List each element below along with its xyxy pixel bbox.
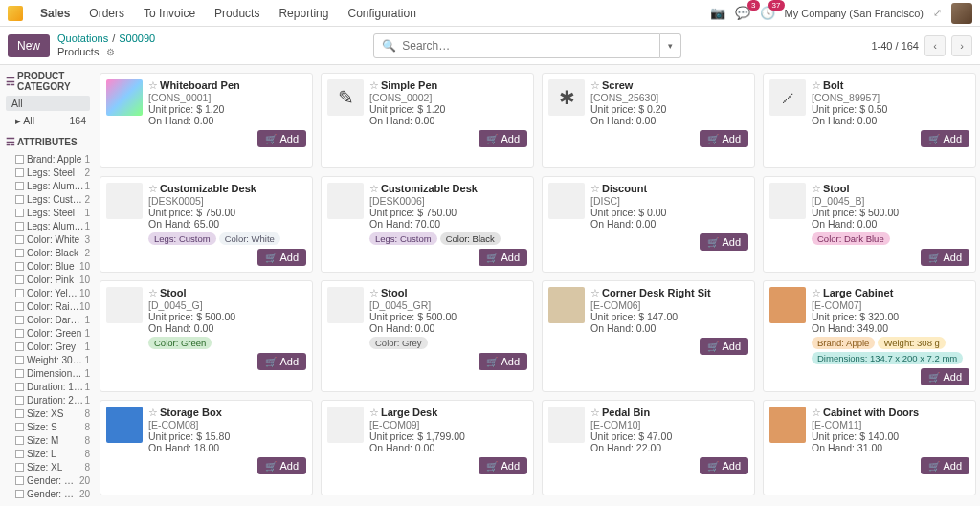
- attr-filter[interactable]: Duration: 1 year1: [6, 380, 90, 393]
- new-button[interactable]: New: [8, 34, 50, 57]
- product-card[interactable]: ☆Discount[DISC]Unit price: $ 0.00On Hand…: [542, 176, 755, 273]
- attr-filter[interactable]: Size: XL8: [6, 460, 90, 473]
- attr-filter[interactable]: Legs: Aluminium1: [6, 219, 90, 232]
- star-icon[interactable]: ☆: [590, 79, 600, 91]
- activity-icon[interactable]: 🕓37: [760, 6, 775, 20]
- add-button[interactable]: 🛒Add: [700, 130, 748, 147]
- star-icon[interactable]: ☆: [369, 183, 379, 194]
- user-avatar[interactable]: [951, 3, 972, 24]
- product-card[interactable]: ☆Whiteboard Pen[CONS_0001]Unit price: $ …: [100, 73, 313, 168]
- attr-filter[interactable]: Brand: Apple1: [6, 152, 90, 165]
- attr-filter[interactable]: Color: Black2: [6, 246, 90, 259]
- star-icon[interactable]: ☆: [812, 287, 821, 298]
- add-button[interactable]: 🛒Add: [921, 368, 969, 385]
- star-icon[interactable]: ☆: [590, 287, 600, 298]
- attr-filter[interactable]: Color: Dark Blue1: [6, 313, 90, 326]
- attr-filter[interactable]: Gender: Wo…20: [6, 487, 90, 500]
- company-name[interactable]: My Company (San Francisco): [785, 8, 924, 19]
- search-dropdown[interactable]: ▾: [660, 33, 681, 58]
- attr-filter[interactable]: Size: XS8: [6, 407, 90, 420]
- product-card[interactable]: ⟋☆Bolt[CONS_89957]Unit price: $ 0.50On H…: [763, 73, 976, 168]
- add-button[interactable]: 🛒Add: [257, 353, 306, 370]
- attr-filter[interactable]: Legs: Aluminium1: [6, 179, 90, 192]
- add-button[interactable]: 🛒Add: [479, 130, 527, 147]
- action-bar: New Quotations / S00090 Products ⚙ 🔍 ▾ 1…: [0, 27, 980, 65]
- product-card[interactable]: ☆Corner Desk Right Sit[E-COM06]Unit pric…: [542, 280, 755, 392]
- attr-filter[interactable]: Gender: Men20: [6, 473, 90, 487]
- star-icon[interactable]: ☆: [590, 407, 600, 418]
- star-icon[interactable]: ☆: [812, 79, 821, 91]
- attr-filter[interactable]: Size: L8: [6, 447, 90, 460]
- attr-filter[interactable]: Legs: Steel2: [6, 165, 90, 179]
- search-input[interactable]: [402, 39, 652, 53]
- add-button[interactable]: 🛒Add: [479, 457, 527, 474]
- nav-link-to-invoice[interactable]: To Invoice: [136, 1, 203, 26]
- product-card[interactable]: ☆Stool[D_0045_GR]Unit price: $ 500.00On …: [321, 280, 534, 392]
- camera-icon[interactable]: 📷: [710, 6, 725, 20]
- product-card[interactable]: ☆Cabinet with Doors[E-COM11]Unit price: …: [763, 400, 976, 495]
- app-logo-icon[interactable]: [8, 6, 23, 21]
- attr-filter[interactable]: Weight: 308 g1: [6, 353, 90, 366]
- product-card[interactable]: ☆Stool[D_0045_G]Unit price: $ 500.00On H…: [100, 280, 313, 392]
- category-all-expand[interactable]: ▸ All164: [6, 113, 90, 128]
- breadcrumb-order[interactable]: S00090: [119, 33, 155, 45]
- category-all[interactable]: All: [6, 96, 90, 111]
- attr-filter[interactable]: Color: Blue10: [6, 259, 90, 273]
- add-button[interactable]: 🛒Add: [257, 130, 306, 147]
- nav-link-sales[interactable]: Sales: [33, 1, 78, 26]
- nav-link-products[interactable]: Products: [207, 1, 267, 26]
- star-icon[interactable]: ☆: [812, 407, 821, 418]
- product-card[interactable]: ☆Large Cabinet[E-COM07]Unit price: $ 320…: [763, 280, 976, 392]
- attr-filter[interactable]: Color: Yellow10: [6, 286, 90, 299]
- expand-icon[interactable]: ⤢: [933, 7, 942, 19]
- pager-next[interactable]: ›: [951, 35, 972, 56]
- add-button[interactable]: 🛒Add: [700, 457, 748, 474]
- product-card[interactable]: ☆Customizable Desk[DESK0006]Unit price: …: [321, 176, 534, 273]
- attr-filter[interactable]: Legs: Custom2: [6, 192, 90, 206]
- add-button[interactable]: 🛒Add: [700, 233, 748, 251]
- add-button[interactable]: 🛒Add: [257, 457, 306, 474]
- product-sku: [D_0045_GR]: [369, 299, 527, 311]
- add-button[interactable]: 🛒Add: [700, 338, 748, 355]
- nav-link-configuration[interactable]: Configuration: [340, 1, 423, 26]
- product-card[interactable]: ☆Pedal Bin[E-COM10]Unit price: $ 47.00On…: [542, 400, 755, 495]
- nav-link-reporting[interactable]: Reporting: [271, 1, 336, 26]
- pager-prev[interactable]: ‹: [924, 35, 946, 56]
- attr-filter[interactable]: Size: S8: [6, 420, 90, 433]
- product-card[interactable]: ☆Customizable Desk[DESK0005]Unit price: …: [100, 176, 313, 273]
- add-button[interactable]: 🛒Add: [921, 249, 969, 266]
- attr-filter[interactable]: Size: M8: [6, 433, 90, 447]
- star-icon[interactable]: ☆: [148, 79, 158, 91]
- attr-filter[interactable]: Color: Pink10: [6, 273, 90, 286]
- add-button[interactable]: 🛒Add: [479, 249, 527, 266]
- product-card[interactable]: ☆Storage Box[E-COM08]Unit price: $ 15.80…: [100, 400, 313, 495]
- breadcrumb-quotations[interactable]: Quotations: [57, 33, 108, 45]
- add-button[interactable]: 🛒Add: [921, 130, 969, 147]
- attr-filter[interactable]: Color: Grey1: [6, 340, 90, 353]
- star-icon[interactable]: ☆: [369, 407, 379, 418]
- star-icon[interactable]: ☆: [812, 183, 821, 194]
- attr-filter[interactable]: Color: White3: [6, 232, 90, 246]
- star-icon[interactable]: ☆: [369, 79, 379, 91]
- star-icon[interactable]: ☆: [590, 183, 600, 194]
- chat-icon[interactable]: 💬3: [735, 6, 750, 20]
- attr-filter[interactable]: Color: Rainbow10: [6, 299, 90, 313]
- attr-filter[interactable]: Duration: 2 year1: [6, 393, 90, 407]
- add-button[interactable]: 🛒Add: [921, 457, 969, 474]
- star-icon[interactable]: ☆: [148, 407, 158, 418]
- attr-filter[interactable]: Dimensions: 1…1: [6, 366, 90, 380]
- star-icon[interactable]: ☆: [148, 183, 158, 194]
- add-button[interactable]: 🛒Add: [479, 353, 527, 370]
- product-card[interactable]: ☆Large Desk[E-COM09]Unit price: $ 1,799.…: [321, 400, 534, 495]
- attr-filter[interactable]: Color: Green1: [6, 326, 90, 340]
- nav-link-orders[interactable]: Orders: [81, 1, 132, 26]
- add-button[interactable]: 🛒Add: [257, 249, 306, 266]
- search-box[interactable]: 🔍: [373, 33, 660, 58]
- gear-icon[interactable]: ⚙: [106, 47, 115, 57]
- product-card[interactable]: ☆Stool[D_0045_B]Unit price: $ 500.00On H…: [763, 176, 976, 273]
- attr-filter[interactable]: Legs: Steel1: [6, 206, 90, 219]
- product-card[interactable]: ✱☆Screw[CONS_25630]Unit price: $ 0.20On …: [542, 73, 755, 168]
- star-icon[interactable]: ☆: [148, 287, 158, 298]
- product-card[interactable]: ✎☆Simple Pen[CONS_0002]Unit price: $ 1.2…: [321, 73, 534, 168]
- star-icon[interactable]: ☆: [369, 287, 379, 298]
